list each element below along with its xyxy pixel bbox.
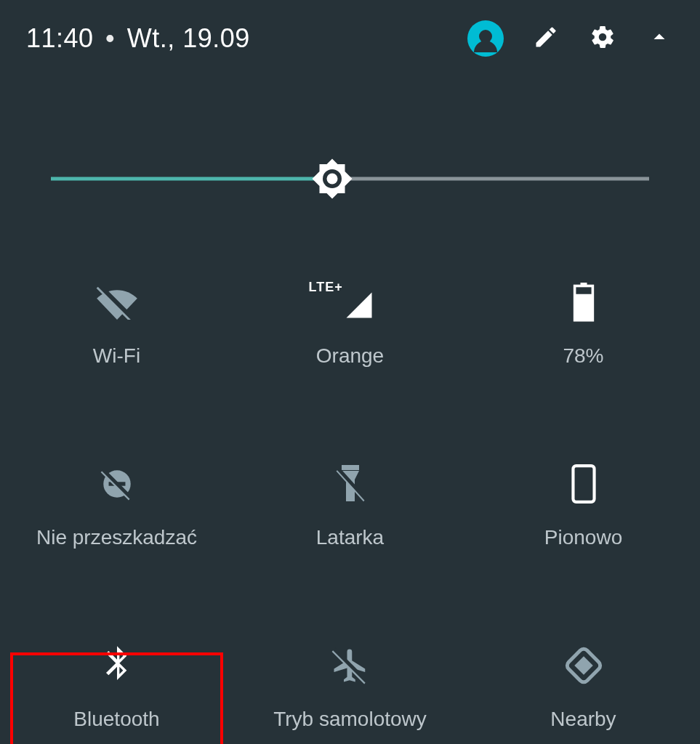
- battery-tile[interactable]: 78%: [467, 279, 700, 403]
- status-sep: •: [105, 23, 115, 53]
- dnd-off-icon: [99, 461, 135, 507]
- tile-label: Orange: [316, 344, 384, 368]
- tile-label: Nearby: [550, 708, 616, 731]
- flashlight-off-icon: [335, 461, 366, 507]
- tile-label: Latarka: [316, 526, 384, 549]
- wifi-tile[interactable]: Wi-Fi: [0, 279, 233, 403]
- svg-rect-12: [342, 465, 359, 470]
- tile-label: Tryb samolotowy: [273, 708, 427, 731]
- wifi-off-icon: [96, 279, 138, 326]
- airplane-tile[interactable]: Tryb samolotowy: [233, 642, 467, 744]
- svg-rect-7: [574, 294, 592, 320]
- flashlight-tile[interactable]: Latarka: [233, 461, 467, 584]
- settings-button[interactable]: [588, 24, 617, 53]
- airplane-off-icon: [331, 642, 370, 689]
- quick-settings-grid: Wi-Fi LTE+ Orange 78%: [0, 264, 700, 744]
- battery-icon: [571, 279, 596, 326]
- svg-point-2: [326, 174, 337, 185]
- tile-label: Nie przeszkadzać: [36, 526, 197, 549]
- portrait-icon: [571, 461, 597, 507]
- brightness-fill: [51, 177, 332, 181]
- brightness-slider[interactable]: [51, 158, 649, 199]
- nearby-icon: [564, 642, 603, 689]
- tile-label: Wi-Fi: [93, 344, 140, 368]
- dnd-tile[interactable]: Nie przeszkadzać: [0, 461, 233, 584]
- brightness-icon: [310, 190, 354, 203]
- bluetooth-icon: [102, 642, 132, 689]
- edit-button[interactable]: [531, 24, 560, 53]
- user-avatar-icon[interactable]: [467, 20, 504, 57]
- signal-icon: LTE+: [325, 279, 376, 326]
- tile-label: 78%: [563, 344, 603, 368]
- status-time: 11:40: [26, 23, 94, 53]
- nearby-tile[interactable]: Nearby: [467, 642, 700, 744]
- gear-icon: [590, 24, 616, 53]
- status-actions: [467, 20, 674, 57]
- signal-lte-label: LTE+: [309, 280, 343, 295]
- svg-rect-15: [573, 466, 594, 502]
- svg-rect-16: [576, 469, 590, 495]
- brightness-rest: [332, 177, 649, 181]
- collapse-button[interactable]: [645, 24, 674, 53]
- tile-label: Pionowo: [544, 526, 622, 549]
- svg-rect-20: [574, 656, 592, 674]
- status-bar: 11:40 • Wt., 19.09: [0, 0, 700, 57]
- status-date: Wt., 19.09: [127, 23, 250, 53]
- bluetooth-tile[interactable]: Bluetooth: [0, 642, 233, 744]
- brightness-thumb[interactable]: [310, 157, 354, 201]
- rotation-tile[interactable]: Pionowo: [467, 461, 700, 584]
- pencil-icon: [533, 24, 559, 53]
- chevron-up-icon: [646, 24, 672, 53]
- cellular-tile[interactable]: LTE+ Orange: [233, 279, 467, 403]
- tile-label: Bluetooth: [73, 708, 159, 731]
- status-time-date: 11:40 • Wt., 19.09: [26, 23, 250, 54]
